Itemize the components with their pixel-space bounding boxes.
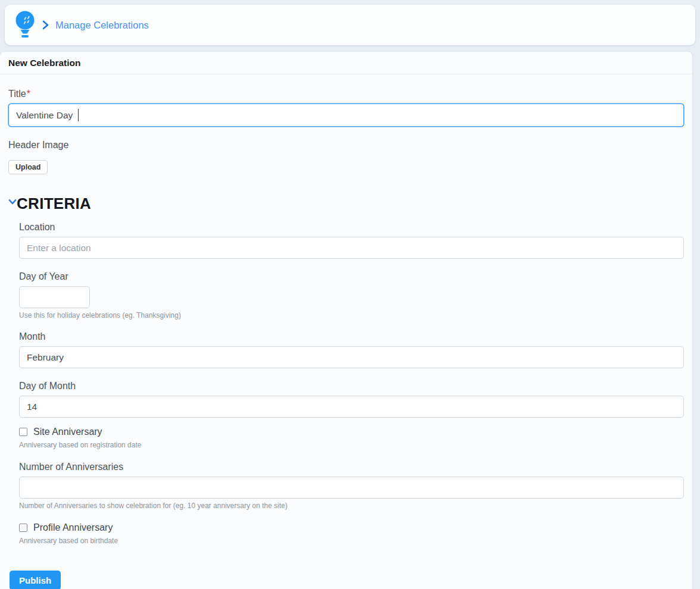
day-of-month-label: Day of Month bbox=[19, 381, 684, 391]
month-input[interactable] bbox=[19, 346, 684, 368]
site-anniversary-label[interactable]: Site Anniversary bbox=[33, 427, 102, 437]
title-label: Title* bbox=[8, 89, 684, 99]
location-label: Location bbox=[19, 222, 684, 233]
new-celebration-card: New Celebration Title* Header Image Uplo… bbox=[0, 52, 692, 589]
number-of-anniversaries-label: Number of Anniversaries bbox=[19, 462, 684, 472]
site-anniversary-row: Site Anniversary bbox=[19, 427, 684, 437]
breadcrumb-bar: Manage Celebrations bbox=[5, 5, 695, 45]
text-caret bbox=[78, 109, 79, 121]
criteria-section-body: Location Day of Year Use this for holida… bbox=[19, 213, 684, 545]
day-of-year-label: Day of Year bbox=[19, 271, 684, 282]
celebration-form: Title* Header Image Upload CRITERIA Loca… bbox=[0, 74, 692, 589]
site-anniversary-checkbox[interactable] bbox=[19, 428, 27, 436]
chevron-down-icon[interactable] bbox=[8, 197, 17, 208]
month-label: Month bbox=[19, 331, 684, 342]
profile-anniversary-row: Profile Anniversary bbox=[19, 522, 684, 533]
card-header: New Celebration bbox=[0, 52, 692, 74]
title-input-wrap bbox=[8, 104, 684, 127]
day-of-year-help: Use this for holiday celebrations (eg. T… bbox=[19, 311, 684, 319]
profile-anniversary-label[interactable]: Profile Anniversary bbox=[33, 522, 112, 533]
criteria-section-header: CRITERIA bbox=[8, 195, 684, 213]
title-input[interactable] bbox=[8, 104, 684, 127]
upload-button[interactable]: Upload bbox=[8, 160, 48, 174]
day-of-year-input[interactable] bbox=[19, 286, 90, 308]
number-of-anniversaries-help: Number of Anniversaries to show celebrat… bbox=[19, 502, 684, 510]
profile-anniversary-help: Anniversary based on birthdate bbox=[19, 537, 684, 545]
profile-anniversary-checkbox[interactable] bbox=[19, 524, 27, 532]
site-anniversary-help: Anniversary based on registration date bbox=[19, 441, 684, 449]
number-of-anniversaries-input[interactable] bbox=[19, 477, 684, 499]
location-input[interactable] bbox=[19, 237, 684, 259]
page-title: New Celebration bbox=[8, 58, 684, 68]
balloon-logo-icon[interactable] bbox=[13, 10, 37, 40]
required-asterisk: * bbox=[27, 89, 30, 99]
breadcrumb-link-manage-celebrations[interactable]: Manage Celebrations bbox=[55, 20, 149, 31]
publish-button[interactable]: Publish bbox=[10, 571, 61, 589]
day-of-month-input[interactable] bbox=[19, 396, 684, 418]
criteria-heading[interactable]: CRITERIA bbox=[17, 195, 91, 213]
header-image-label: Header Image bbox=[8, 140, 684, 151]
chevron-right-icon bbox=[42, 20, 49, 30]
title-label-text: Title bbox=[8, 89, 26, 99]
